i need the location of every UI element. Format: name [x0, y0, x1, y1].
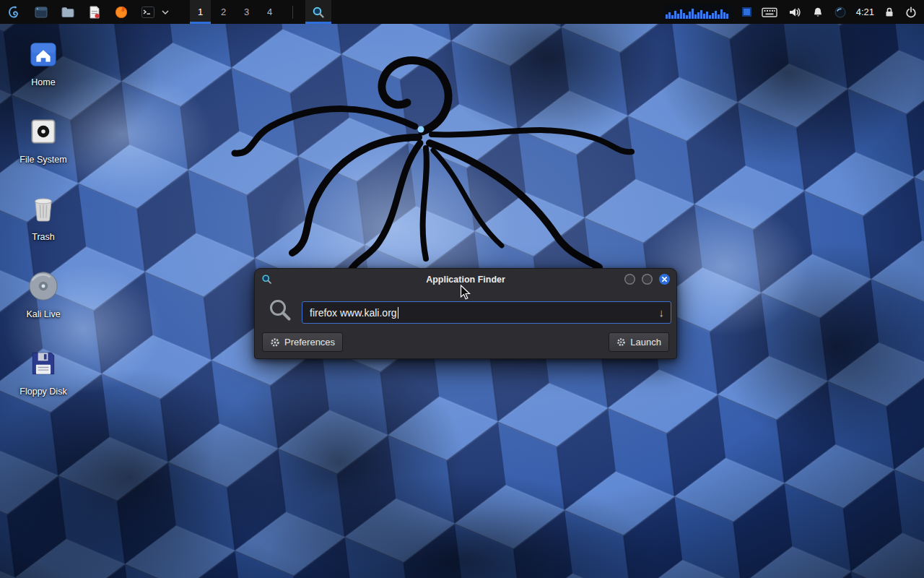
panel-status-area: 4:21 [663, 0, 924, 24]
desktop-icon-column: Home File System Trash [9, 35, 78, 421]
blue-indicator-icon[interactable] [742, 7, 751, 17]
titlebar[interactable]: Application Finder [255, 269, 676, 290]
workspace-button-1[interactable]: 1 [190, 0, 211, 24]
magnifier-icon [312, 6, 325, 19]
volume-button[interactable] [788, 2, 802, 22]
text-caret [398, 307, 398, 319]
trash-can-icon [27, 189, 59, 228]
desktop-icon-file-system[interactable]: File System [9, 112, 78, 189]
launcher-firefox[interactable] [110, 2, 132, 22]
terminal-dropdown-button[interactable] [160, 2, 170, 22]
launcher-window-app[interactable] [30, 2, 52, 22]
notifications-button[interactable] [811, 2, 824, 22]
file-system-drive-icon [27, 112, 59, 151]
window-icon [34, 5, 48, 20]
volume-icon [788, 7, 801, 18]
keyboard-icon [762, 7, 777, 18]
lock-screen-button[interactable] [884, 2, 895, 22]
clock[interactable]: 4:21 [856, 7, 874, 17]
floppy-disk-icon [27, 344, 59, 383]
status-circle-icon [834, 7, 846, 18]
desktop-icon-label: Trash [32, 232, 55, 242]
desktop-icon-label: Home [31, 77, 55, 87]
launcher-text-editor[interactable] [84, 2, 105, 22]
terminal-icon [141, 5, 155, 20]
keyboard-layout-button[interactable] [761, 2, 778, 22]
kali-logo-icon [6, 4, 22, 20]
chevron-down-icon [162, 10, 169, 14]
document-icon [87, 5, 102, 20]
bell-icon [812, 7, 824, 18]
workspace-button-3[interactable]: 3 [236, 0, 257, 24]
desktop-icon-label: Floppy Disk [19, 387, 66, 397]
disc-icon [27, 267, 60, 306]
launcher-file-manager[interactable] [57, 2, 79, 22]
application-finder-window: Application Finder firefox www.kali.org [254, 268, 677, 359]
applications-menu-button[interactable] [4, 2, 25, 22]
preferences-label: Preferences [284, 337, 335, 348]
desktop-icon-label: File System [19, 155, 66, 165]
desktop-icon-kali-live[interactable]: Kali Live [9, 267, 78, 344]
search-input-text: firefox www.kali.org [310, 307, 397, 319]
desktop-icon-trash[interactable]: Trash [9, 189, 78, 267]
search-input[interactable]: firefox www.kali.org ↓ [302, 301, 671, 324]
power-icon [905, 7, 917, 18]
top-panel: 1 2 3 4 [0, 0, 924, 24]
launch-gear-icon [616, 337, 626, 347]
desktop-icon-floppy-disk[interactable]: Floppy Disk [9, 344, 78, 421]
close-icon [659, 274, 670, 285]
system-monitor-graph[interactable] [663, 4, 733, 20]
minimize-button[interactable] [624, 274, 635, 285]
home-folder-icon [27, 35, 60, 74]
finder-body: firefox www.kali.org ↓ Preferences [255, 290, 676, 358]
status-indicator-button[interactable] [834, 2, 847, 22]
lock-icon [884, 7, 894, 18]
launch-label: Launch [630, 337, 661, 348]
folder-icon [61, 5, 75, 20]
workspace-button-2[interactable]: 2 [213, 0, 234, 24]
gear-icon [270, 337, 280, 348]
panel-left-zone: 1 2 3 4 [0, 0, 331, 24]
workspace-button-4[interactable]: 4 [259, 0, 280, 24]
preferences-button[interactable]: Preferences [262, 332, 343, 352]
window-title: Application Finder [255, 275, 676, 285]
desktop-icon-label: Kali Live [26, 309, 60, 319]
panel-separator [292, 6, 293, 19]
logout-button[interactable] [905, 2, 918, 22]
close-button[interactable] [659, 274, 670, 285]
search-icon [267, 297, 293, 323]
desktop-screen: 1 2 3 4 [0, 0, 924, 578]
window-magnifier-icon [261, 274, 272, 285]
workspace-switcher: 1 2 3 4 [190, 0, 280, 24]
taskbar-application-finder[interactable] [305, 0, 331, 24]
window-controls [624, 274, 670, 285]
desktop-icon-home[interactable]: Home [9, 35, 78, 112]
launcher-terminal[interactable] [137, 2, 159, 22]
firefox-icon [114, 5, 128, 20]
maximize-button[interactable] [642, 274, 653, 285]
history-dropdown-arrow-icon[interactable]: ↓ [659, 306, 665, 318]
finder-button-row: Preferences Launch [262, 332, 669, 352]
launch-button[interactable]: Launch [609, 332, 669, 352]
